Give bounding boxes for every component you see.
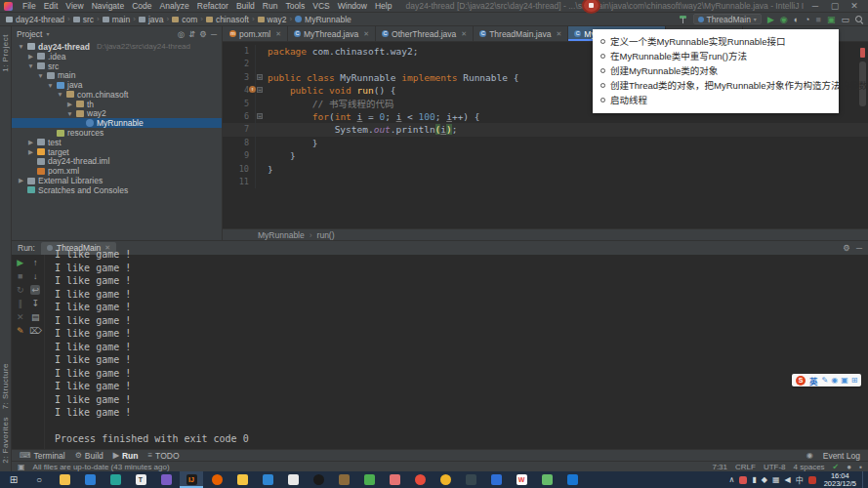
minimize-button[interactable]: ─	[806, 0, 825, 13]
tab-close-icon[interactable]: ✕	[461, 30, 467, 38]
tree-arrow-icon[interactable]: ▼	[66, 110, 73, 117]
tray-location-icon[interactable]: ◆	[762, 475, 767, 484]
tab-pom.xml[interactable]: mpom.xml✕	[224, 26, 288, 41]
taskbar-app-red[interactable]	[408, 471, 432, 488]
tree-arrow-icon[interactable]: ▼	[47, 82, 54, 89]
breadcrumb-item-MyRunnable[interactable]: MyRunnable	[295, 15, 351, 24]
close-button-icon[interactable]: ✕	[17, 312, 24, 322]
console-output[interactable]: I like game !I like game !I like game !I…	[45, 248, 868, 449]
taskbar-app-pink[interactable]	[383, 471, 406, 488]
menu-edit[interactable]: Edit	[40, 1, 62, 11]
menu-run[interactable]: Run	[259, 1, 282, 11]
sogou-ime-bar[interactable]: S 英 ✎◉▣⊞	[792, 374, 861, 386]
tree-item-resources[interactable]: resources	[12, 128, 222, 138]
layout-button-icon[interactable]: ▭	[841, 14, 849, 25]
menu-tools[interactable]: Tools	[281, 1, 309, 11]
tool-window-button-build[interactable]: ⚙Build	[75, 451, 103, 461]
tray-keyboard-icon[interactable]: ▦	[772, 475, 780, 484]
taskbar-app-dark[interactable]	[459, 471, 482, 488]
fold-gutter-icon[interactable]: −	[257, 113, 263, 119]
taskbar-app-blue[interactable]	[78, 471, 102, 488]
tree-arrow-icon[interactable]: ▶	[27, 148, 34, 156]
taskbar-vscode[interactable]	[256, 471, 279, 488]
tree-arrow-icon[interactable]: ▼	[18, 43, 24, 50]
ime-mode-indicator[interactable]: 英	[809, 375, 818, 386]
tool-window-button-run[interactable]: ▶Run	[113, 451, 139, 461]
tool-window-button-todo[interactable]: ≡TODO	[147, 451, 179, 461]
code-line-11[interactable]: 11	[223, 176, 868, 188]
clear-all-button-icon[interactable]: ⌦	[29, 326, 42, 336]
search-everywhere-icon[interactable]	[855, 16, 862, 22]
breadcrumb-class[interactable]: MyRunnable	[258, 230, 305, 240]
tab-ThreadMain.java[interactable]: CThreadMain.java✕	[474, 26, 568, 41]
code-line-8[interactable]: 8 }	[223, 137, 868, 149]
tree-item-main[interactable]: ▼main	[12, 70, 222, 80]
tree-arrow-icon[interactable]: ▼	[27, 62, 34, 69]
maximize-button[interactable]: ▢	[825, 0, 845, 13]
tree-item-Scratches and Consoles[interactable]: Scratches and Consoles	[12, 185, 222, 195]
tree-arrow-icon[interactable]: ▶	[27, 139, 34, 146]
up-stack-trace-button-icon[interactable]: ↑	[33, 258, 38, 267]
ime-tool-icon-1[interactable]: ◉	[831, 376, 838, 385]
menu-analyze[interactable]: Analyze	[156, 1, 193, 11]
scroll-to-end-button-icon[interactable]: ↧	[31, 299, 39, 308]
notifications-icon[interactable]: ▪	[859, 463, 862, 471]
tree-item-.idea[interactable]: ▶.idea	[12, 52, 222, 61]
breadcrumb-method[interactable]: run()	[317, 230, 335, 240]
sidebar-item-structure[interactable]: 7: Structure	[1, 363, 10, 409]
tree-arrow-icon[interactable]: ▼	[37, 72, 44, 79]
breadcrumb-item-main[interactable]: main	[103, 15, 130, 24]
status-item[interactable]: 7:31	[712, 463, 727, 471]
pause-output-button-icon[interactable]: ∥	[19, 299, 23, 308]
tray-expand-icon[interactable]: ∧	[728, 475, 734, 484]
soft-wrap-button-icon[interactable]: ↩	[30, 285, 40, 295]
fold-gutter-icon[interactable]: −	[257, 74, 263, 80]
menu-window[interactable]: Window	[334, 1, 371, 11]
tree-item-day24-thread[interactable]: ▼day24-threadD:\java22\src\day24-thread	[12, 42, 222, 52]
taskbar-app-teal[interactable]	[103, 471, 127, 488]
sidebar-item-project[interactable]: 1: Project	[1, 34, 10, 72]
status-item[interactable]: UTF-8	[764, 463, 786, 471]
menu-help[interactable]: Help	[371, 1, 395, 11]
taskbar-clock[interactable]: 16:04 2023/12/5	[820, 472, 860, 488]
menu-vcs[interactable]: VCS	[309, 1, 333, 11]
tree-item-MyRunnable[interactable]: MyRunnable	[12, 118, 222, 128]
tree-item-pom.xml[interactable]: pom.xml	[12, 166, 222, 176]
tab-MyThread.java[interactable]: CMyThread.java✕	[288, 26, 376, 41]
start-button[interactable]: ⊞	[2, 471, 25, 488]
gear-icon[interactable]: ⚙	[199, 29, 207, 39]
tab-close-icon[interactable]: ✕	[275, 30, 281, 38]
taskbar-notepad[interactable]	[281, 471, 305, 488]
sidebar-item-favorites[interactable]: 2: Favorites	[1, 417, 10, 464]
taskbar-photos[interactable]	[357, 471, 381, 488]
code-line-10[interactable]: 10}	[223, 163, 868, 176]
project-panel-title[interactable]: Project	[17, 29, 42, 39]
debug-button-icon[interactable]: ◉	[780, 14, 788, 25]
close-button[interactable]: ✕	[845, 0, 864, 13]
tree-item-th[interactable]: ▶th	[12, 100, 222, 109]
status-item[interactable]: CRLF	[735, 463, 756, 471]
build-hammer-icon[interactable]	[679, 15, 687, 23]
ime-tool-icon-3[interactable]: ⊞	[851, 376, 858, 385]
restart-button-icon[interactable]: ↻	[17, 285, 24, 295]
tray-mic-icon[interactable]: ▮	[752, 475, 756, 484]
breadcrumb-item-java[interactable]: java	[139, 15, 164, 24]
menu-build[interactable]: Build	[232, 1, 259, 11]
code-line-9[interactable]: 9 }	[223, 149, 868, 162]
tree-arrow-icon[interactable]: ▶	[27, 53, 34, 61]
taskbar-gallery[interactable]	[535, 471, 558, 488]
tab-OtherThread.java[interactable]: COtherThread.java✕	[376, 26, 474, 41]
taskbar-app-t[interactable]: T	[129, 471, 152, 488]
tray-security-icon[interactable]	[808, 476, 816, 484]
inspections-icon[interactable]: ✔	[833, 463, 840, 471]
menu-file[interactable]: File	[19, 1, 40, 11]
run-button-icon[interactable]: ▶	[767, 14, 774, 25]
breadcrumb-item-day24-thread[interactable]: day24-thread	[6, 15, 64, 24]
tree-item-com.chinasoft[interactable]: ▼com.chinasoft	[12, 90, 222, 100]
tab-close-icon[interactable]: ✕	[556, 30, 561, 38]
tree-item-src[interactable]: ▼src	[12, 61, 222, 71]
lock-icon[interactable]: ●	[847, 463, 851, 471]
menu-code[interactable]: Code	[128, 1, 155, 11]
taskbar-app-image[interactable]	[154, 471, 178, 488]
ime-tool-icon-0[interactable]: ✎	[822, 376, 829, 385]
